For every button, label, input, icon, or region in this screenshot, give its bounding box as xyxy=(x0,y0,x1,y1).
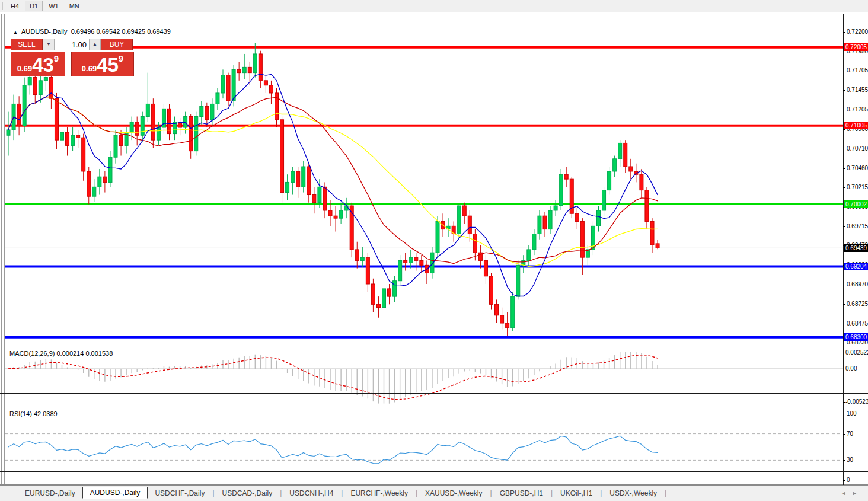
frame-left-inner xyxy=(4,14,5,486)
tab-scroll-right-icon[interactable]: ► xyxy=(852,490,863,496)
rsi-tick xyxy=(843,480,845,481)
price-tick-label: 0.68970 xyxy=(847,281,868,288)
volume-input[interactable] xyxy=(55,39,89,50)
pane-splitter-mid2 xyxy=(0,395,868,395)
chart-tab-usdx[interactable]: USDX-,Weekly xyxy=(602,488,664,499)
macd-tick-label: 0.00 xyxy=(845,365,857,372)
price-tick xyxy=(843,304,845,305)
frame-left-outer xyxy=(1,14,2,486)
ask-price-display[interactable]: 0.69459 xyxy=(71,52,134,76)
chart-tab-ukoil[interactable]: UKOil-,H1 xyxy=(553,488,599,499)
price-tick xyxy=(843,71,845,71)
chart-tab-eurchf[interactable]: EURCHF-,Weekly xyxy=(343,488,414,499)
timeframe-button-d1[interactable]: D1 xyxy=(25,1,43,11)
price-tick-label: 0.70460 xyxy=(847,165,868,171)
chart-tab-usdcad[interactable]: USDCAD-,Daily xyxy=(215,488,280,499)
price-tick xyxy=(843,226,845,227)
price-tick xyxy=(843,343,845,343)
timeframe-toolbar: H4D1W1MN xyxy=(0,0,868,12)
price-tick xyxy=(843,187,845,188)
volume-increase-button[interactable]: ▲ xyxy=(89,39,101,50)
price-tick xyxy=(843,90,845,91)
bid-price-big: 43 xyxy=(32,56,54,74)
bid-price-display[interactable]: 0.69439 xyxy=(11,52,65,76)
price-tick-label: 0.72200 xyxy=(847,28,868,35)
price-tick-label: 0.68725 xyxy=(847,301,868,307)
timeframe-button-w1[interactable]: W1 xyxy=(44,1,63,11)
price-tick xyxy=(843,129,845,130)
x-axis-border xyxy=(0,471,868,472)
chart-tab-bar: EURUSD-,DailyAUDUSD-,DailyUSDCHF-,Daily|… xyxy=(0,485,868,501)
level-price-badge: 0.69204 xyxy=(844,263,868,270)
volume-decrease-button[interactable]: ▼ xyxy=(43,39,55,50)
toolbar-separator xyxy=(98,2,98,10)
price-tick-label: 0.69715 xyxy=(847,223,868,229)
price-tick-label: 0.71455 xyxy=(847,87,868,93)
chart-window: ▲AUDUSD-,Daily 0.69496 0.69542 0.69425 0… xyxy=(0,12,868,486)
toolbar-indent xyxy=(2,2,3,10)
price-tick xyxy=(843,149,845,149)
rsi-tick-label: 100 xyxy=(847,410,857,417)
level-price-badge: 0.68300 xyxy=(844,333,868,341)
ask-price-big: 45 xyxy=(97,56,119,74)
rsi-tick-label: 0 xyxy=(847,477,850,483)
price-tick xyxy=(843,32,845,33)
current-price-badge: 0.69439 xyxy=(844,244,868,252)
macd-tick-label: -0.005234 xyxy=(845,398,868,405)
macd-indicator-pane[interactable] xyxy=(5,347,843,404)
price-tick-label: 0.70710 xyxy=(847,145,868,152)
sell-button[interactable]: SELL xyxy=(11,39,43,50)
chart-tab-xauusd[interactable]: XAUUSD-,Weekly xyxy=(418,488,489,499)
rsi-label: RSI(14) 42.0389 xyxy=(9,410,58,417)
bid-price-prefix: 0.69 xyxy=(17,64,32,73)
level-price-badge: 0.71005 xyxy=(844,122,868,129)
rsi-tick xyxy=(843,460,845,461)
ask-price-prefix: 0.69 xyxy=(82,64,97,73)
buy-button[interactable]: BUY xyxy=(101,39,133,50)
bid-price-pip: 9 xyxy=(54,53,59,63)
rsi-tick xyxy=(843,414,845,414)
one-click-trade-panel: SELL ▼ ▲ BUY 0.69439 0.69459 xyxy=(11,39,134,76)
chart-tab-usdcnh[interactable]: USDCNH-,H4 xyxy=(282,488,340,499)
price-tick xyxy=(843,110,845,110)
pane-splitter-top[interactable] xyxy=(0,334,868,334)
rsi-tick xyxy=(843,434,845,435)
price-tick xyxy=(843,52,845,52)
macd-tick-label: 0.002522 xyxy=(845,349,868,356)
level-price-badge: 0.70002 xyxy=(844,200,868,208)
chart-tab-eurusd[interactable]: EURUSD-,Daily xyxy=(18,488,82,499)
chart-tab-usdchf[interactable]: USDCHF-,Daily xyxy=(148,488,212,499)
price-tick-label: 0.71705 xyxy=(847,67,868,74)
price-tick xyxy=(843,285,845,285)
macd-label: MACD(12,26,9) 0.000214 0.001538 xyxy=(9,350,113,357)
level-price-badge: 0.72005 xyxy=(844,43,868,51)
timeframe-button-mn[interactable]: MN xyxy=(65,1,84,11)
price-tick-label: 0.71205 xyxy=(847,106,868,113)
chart-tab-audusd[interactable]: AUDUSD-,Daily xyxy=(82,487,148,499)
price-tick-label: 0.68475 xyxy=(847,320,868,327)
price-tick xyxy=(843,168,845,169)
timeframe-button-h4[interactable]: H4 xyxy=(6,1,24,11)
trading-platform-window: H4D1W1MN ▲AUDUSD-,Daily 0.69496 0.69542 … xyxy=(0,0,868,501)
chart-tab-gbpusd[interactable]: GBPUSD-,H1 xyxy=(493,488,550,499)
ask-price-pip: 9 xyxy=(119,53,123,63)
rsi-tick-label: 30 xyxy=(847,457,853,463)
rsi-tick-label: 70 xyxy=(847,430,853,437)
price-tick xyxy=(843,324,845,324)
tab-scroll-left-icon[interactable]: ◄ xyxy=(841,490,852,496)
tab-separator: | xyxy=(664,489,667,497)
price-tick-label: 0.70215 xyxy=(847,184,868,190)
pane-splitter-mid[interactable] xyxy=(0,393,868,394)
pane-splitter-top2 xyxy=(0,336,868,336)
